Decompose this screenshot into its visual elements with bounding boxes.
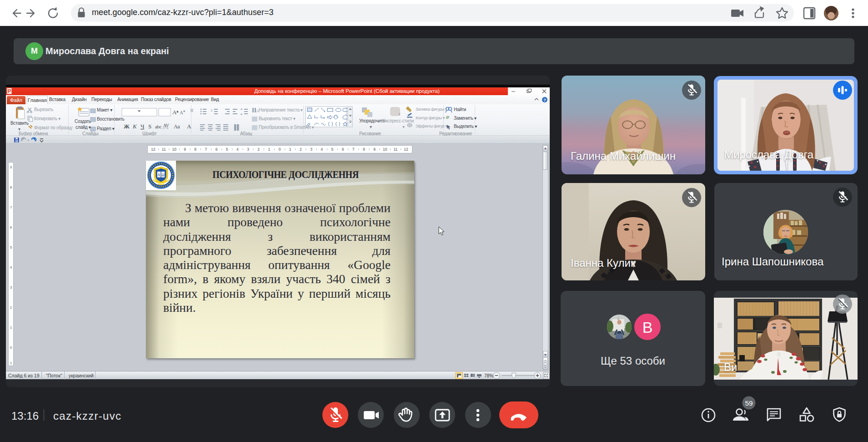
svg-text:▴: ▴ [176, 109, 179, 113]
svg-text:8: 8 [10, 185, 12, 189]
svg-text:Ж: Ж [124, 123, 130, 130]
svg-text:?: ? [543, 98, 546, 102]
svg-text:7: 7 [205, 147, 207, 152]
svg-text:6: 6 [10, 225, 12, 229]
svg-text:eʲ: eʲ [446, 115, 449, 120]
svg-text:12: 12 [151, 147, 156, 152]
svg-text:Aa: Aa [174, 123, 180, 130]
svg-text:12: 12 [404, 147, 408, 152]
svg-text:1: 1 [10, 325, 12, 330]
svg-text:3: 3 [310, 147, 312, 152]
svg-text:1⁻: 1⁻ [211, 108, 214, 112]
svg-text:78%: 78% [484, 373, 493, 378]
svg-text:10: 10 [172, 147, 177, 152]
svg-text:4: 4 [321, 147, 323, 152]
svg-text:7: 7 [352, 147, 355, 152]
svg-text:A: A [180, 110, 183, 115]
svg-text:S: S [148, 123, 151, 130]
svg-text:11: 11 [393, 147, 397, 152]
svg-text:11: 11 [162, 147, 166, 152]
svg-text:2: 2 [257, 147, 260, 152]
svg-text:1: 1 [289, 147, 291, 152]
svg-text:1: 1 [10, 361, 12, 365]
svg-text:A: A [187, 123, 191, 130]
svg-text:9: 9 [10, 165, 12, 169]
svg-text:0: 0 [10, 345, 12, 350]
svg-text:8: 8 [363, 147, 365, 152]
svg-text:Ω: Ω [162, 173, 165, 177]
svg-text:6: 6 [342, 147, 344, 152]
svg-text:5: 5 [10, 245, 12, 249]
svg-text:6: 6 [216, 147, 218, 152]
svg-text:10: 10 [383, 147, 387, 152]
svg-text:59: 59 [745, 399, 753, 407]
svg-text:Ч: Ч [140, 123, 145, 130]
svg-text:abc: abc [155, 124, 162, 129]
svg-text:2: 2 [300, 147, 302, 152]
svg-text:5: 5 [226, 147, 228, 152]
svg-text:2: 2 [10, 305, 12, 310]
svg-text:9: 9 [373, 147, 376, 152]
svg-text:5: 5 [331, 147, 334, 152]
svg-text:AV: AV [163, 123, 170, 128]
svg-text:3: 3 [247, 147, 249, 152]
svg-text:3: 3 [10, 285, 12, 290]
svg-text:8: 8 [194, 147, 196, 152]
svg-text:▾: ▾ [183, 109, 185, 113]
svg-text:9: 9 [184, 147, 186, 152]
svg-text:4: 4 [236, 147, 239, 152]
svg-text:0: 0 [279, 147, 281, 152]
svg-text:К: К [132, 123, 137, 130]
svg-text:Α: Α [158, 173, 161, 177]
svg-text:7: 7 [10, 205, 12, 209]
svg-text:4: 4 [10, 265, 12, 269]
svg-text:1: 1 [268, 147, 271, 152]
